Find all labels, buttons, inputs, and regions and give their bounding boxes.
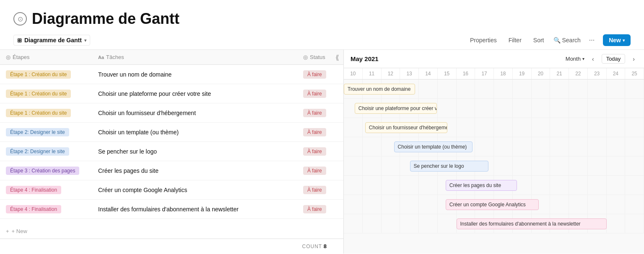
- etape-tag-2[interactable]: Étape 1 : Création du site: [6, 109, 71, 117]
- gantt-grid-col: [550, 137, 569, 156]
- gantt-day-label: 19: [513, 68, 532, 79]
- view-name: Diagramme de Gantt: [24, 37, 82, 44]
- gantt-day-label: 25: [625, 68, 644, 79]
- filter-button[interactable]: Filter: [506, 35, 524, 45]
- gantt-bar-2[interactable]: Choisir un fournisseur d'hébergement: [365, 122, 447, 133]
- view-label[interactable]: ⊞ Diagramme de Gantt ▾: [13, 35, 90, 46]
- etapes-icon: ◎: [6, 54, 10, 60]
- cell-etape-3: Étape 2: Designer le site: [0, 125, 92, 140]
- gantt-grid-col: [607, 137, 626, 156]
- gantt-grid-col: [550, 157, 569, 175]
- page-icon: ⊙: [13, 12, 27, 26]
- gantt-bar-3[interactable]: Choisir un template (ou thème): [394, 141, 473, 152]
- gantt-grid-col: [532, 99, 551, 118]
- etape-tag-6[interactable]: Étape 4 : Finalisation: [6, 186, 61, 194]
- status-tag-5[interactable]: À faire: [303, 167, 326, 175]
- gantt-grid-col: [513, 99, 532, 118]
- gantt-grid-col: [419, 80, 438, 98]
- gantt-grid-col: [607, 214, 626, 233]
- toolbar: ⊞ Diagramme de Gantt ▾ Properties Filter…: [0, 31, 644, 50]
- table-footer: COUNT 8: [0, 239, 343, 254]
- properties-button[interactable]: Properties: [467, 35, 499, 45]
- gantt-grid-col: [344, 195, 363, 214]
- gantt-grid-col: [363, 214, 382, 233]
- gantt-bar-1[interactable]: Choisir une plateforme pour créer votre …: [355, 103, 437, 114]
- gantt-grid-col: [363, 137, 382, 156]
- gantt-row: Trouver un nom de domaine: [344, 80, 644, 99]
- table-body: Étape 1 : Création du site Trouver un no…: [0, 65, 343, 224]
- month-selector[interactable]: Month ▾: [566, 56, 584, 62]
- gantt-grid-col: [494, 118, 513, 137]
- gantt-grid-col: [625, 157, 644, 175]
- gantt-grid-col: [569, 195, 588, 214]
- gantt-grid-col: [419, 214, 438, 233]
- table-row: Étape 1 : Création du site Choisir un fo…: [0, 103, 343, 123]
- gantt-header-top: May 2021 Month ▾ ‹ Today ›: [344, 50, 644, 68]
- gantt-grid-col: [569, 80, 588, 98]
- gantt-grid-col: [382, 176, 400, 195]
- etape-tag-5[interactable]: Étape 3 : Création des pages: [6, 167, 79, 175]
- today-button[interactable]: Today: [602, 54, 626, 64]
- gantt-grid-col: [438, 80, 457, 98]
- gantt-grid-col: [457, 118, 475, 137]
- gantt-day-label: 20: [532, 68, 551, 79]
- new-button[interactable]: New ▾: [603, 34, 631, 46]
- gantt-bar-6[interactable]: Créer un compte Google Analytics: [446, 199, 539, 210]
- status-icon: ◎: [303, 54, 308, 60]
- gantt-grid-col: [532, 157, 551, 175]
- prev-month-button[interactable]: ‹: [589, 55, 597, 63]
- page-title: Diagramme de Gantt: [32, 10, 179, 28]
- status-tag-0[interactable]: À faire: [303, 70, 326, 79]
- gantt-grid-col: [607, 80, 626, 98]
- gantt-grid-col: [344, 176, 363, 195]
- gantt-grid-col: [494, 80, 513, 98]
- gantt-grid-col: [494, 137, 513, 156]
- table-row: Étape 3 : Création des pages Créer les p…: [0, 161, 343, 180]
- gantt-grid-col: [475, 137, 494, 156]
- gantt-grid-col: [625, 99, 644, 118]
- status-tag-3[interactable]: À faire: [303, 128, 326, 136]
- gantt-grid-col: [625, 195, 644, 214]
- table-header: ◎ Étapes Aa Tâches ◎ Status ⟪: [0, 50, 343, 65]
- cell-status-4: À faire: [297, 144, 343, 159]
- etape-tag-1[interactable]: Étape 1 : Création du site: [6, 90, 71, 98]
- ellipsis-button[interactable]: ···: [587, 35, 596, 46]
- month-chevron: ▾: [582, 56, 584, 61]
- cell-tache-6: Créer un compte Google Analytics: [92, 183, 297, 197]
- gantt-bar-7[interactable]: Installer des formulaires d'abonnement à…: [457, 218, 607, 229]
- gantt-grid-col: [588, 118, 607, 137]
- gantt-day-label: 12: [382, 68, 400, 79]
- gantt-bar-0[interactable]: Trouver un nom de domaine: [344, 84, 415, 95]
- status-tag-6[interactable]: À faire: [303, 186, 326, 194]
- gantt-grid-col: [363, 157, 382, 175]
- gantt-grid-col: [625, 176, 644, 195]
- table-row: Étape 2: Designer le site Se pencher sur…: [0, 142, 343, 161]
- gantt-grid-col: [344, 214, 363, 233]
- gantt-grid-col: [532, 137, 551, 156]
- status-tag-1[interactable]: À faire: [303, 90, 326, 98]
- cell-status-2: À faire: [297, 105, 343, 121]
- new-row-button[interactable]: + + New: [0, 224, 343, 239]
- status-tag-2[interactable]: À faire: [303, 109, 326, 117]
- collapse-button[interactable]: ⟪: [335, 53, 339, 61]
- cell-etape-7: Étape 4 : Finalisation: [0, 202, 92, 217]
- cell-tache-0: Trouver un nom de domaine: [92, 68, 297, 81]
- next-month-button[interactable]: ›: [630, 55, 637, 63]
- gantt-day-label: 21: [550, 68, 569, 79]
- status-tag-4[interactable]: À faire: [303, 147, 326, 156]
- gantt-grid-col: [438, 99, 457, 118]
- gantt-day-label: 18: [494, 68, 513, 79]
- gantt-grid-col: [513, 80, 532, 98]
- cell-etape-0: Étape 1 : Création du site: [0, 67, 92, 82]
- etape-tag-4[interactable]: Étape 2: Designer le site: [6, 147, 69, 156]
- gantt-bar-5[interactable]: Créer les pages du site: [446, 180, 517, 191]
- new-label: New: [609, 37, 621, 44]
- gantt-bar-4[interactable]: Se pencher sur le logo: [410, 161, 489, 172]
- etape-tag-3[interactable]: Étape 2: Designer le site: [6, 128, 69, 136]
- col-taches-header: Aa Tâches: [92, 50, 297, 64]
- sort-button[interactable]: Sort: [531, 35, 547, 45]
- etape-tag-0[interactable]: Étape 1 : Création du site: [6, 70, 71, 79]
- status-tag-7[interactable]: À faire: [303, 205, 326, 213]
- search-button[interactable]: 🔍 Search: [553, 37, 581, 44]
- etape-tag-7[interactable]: Étape 4 : Finalisation: [6, 205, 61, 213]
